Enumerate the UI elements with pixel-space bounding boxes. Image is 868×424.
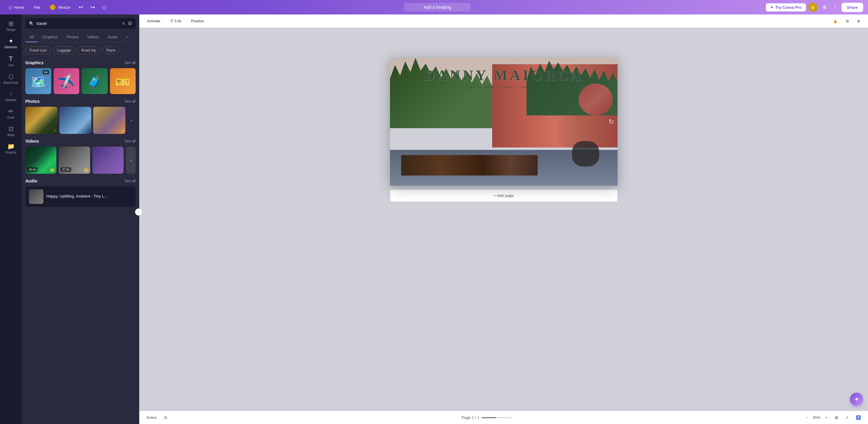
text-icon: T xyxy=(9,55,13,63)
position-button[interactable]: Position xyxy=(188,17,207,25)
graphic-item-plane[interactable]: ✈️ xyxy=(54,68,80,94)
graphic-ticket-canvas: 🎫 xyxy=(110,68,136,94)
graphic-item-map[interactable]: 🗺️ ••• xyxy=(25,68,51,94)
tab-photos[interactable]: Photos xyxy=(62,32,83,42)
home-button[interactable]: ◇ Home xyxy=(5,3,28,12)
audio-title-text: Happy, Uplifting, Ambient - Tiny L... xyxy=(46,194,132,199)
graphic-item-ticket[interactable]: 🎫 xyxy=(110,68,136,94)
photo-expand-1: ⤢ xyxy=(53,128,56,133)
sidebar-item-brandhub[interactable]: ⬡ Brand Hub xyxy=(0,70,22,87)
video-item-1[interactable]: 30.0s 👑 xyxy=(25,147,56,174)
apps-icon: ⊡ xyxy=(8,125,13,132)
redo-button[interactable]: ↪ xyxy=(88,3,97,12)
audio-thumbnail xyxy=(29,189,43,204)
photo-item-2[interactable] xyxy=(59,107,92,134)
photos-grid: ⤢ ⤢ › xyxy=(25,107,135,134)
photos-section-header: Photos See all xyxy=(25,99,135,104)
canvas-toolbar: Animate ⏱ 5.0s Position 🔒 ⧉ ⊕ xyxy=(139,14,434,28)
sidebar-item-apps[interactable]: ⊡ Apps xyxy=(0,122,22,140)
graphics-section-header: Graphics See all xyxy=(25,60,135,65)
sidebar-item-elements[interactable]: ✦ Elements xyxy=(0,34,22,52)
top-navigation: ◇ Home File Resize ↩ ↪ ◇ Add a heading ✦… xyxy=(0,0,434,14)
heading-input[interactable]: Add a heading xyxy=(404,3,434,11)
elements-icon: ✦ xyxy=(8,37,13,44)
sidebar-item-draw[interactable]: ✏ Draw xyxy=(0,104,22,122)
photo-item-3[interactable]: ⤢ xyxy=(93,107,125,134)
tab-more[interactable]: + xyxy=(122,32,133,42)
projects-icon: 📁 xyxy=(7,143,15,150)
add-page-bar[interactable]: + Add page xyxy=(390,189,434,202)
audio-see-all[interactable]: See all xyxy=(124,179,135,183)
resize-button[interactable]: Resize xyxy=(46,3,74,12)
photos-next-button[interactable]: › xyxy=(127,107,135,134)
design-icon: ⊞ xyxy=(8,20,13,27)
chip-travel-icon[interactable]: Travel icon xyxy=(25,47,51,54)
videos-see-all[interactable]: See all xyxy=(124,139,135,143)
graphic-item-suitcase[interactable]: 🧳 xyxy=(82,68,107,94)
draw-icon: ✏ xyxy=(8,108,13,115)
tab-graphics[interactable]: Graphics xyxy=(38,32,62,42)
videos-title: Videos xyxy=(25,139,39,144)
videos-grid: 30.0s 👑 37.0s 👑 › xyxy=(25,147,135,174)
graphics-title: Graphics xyxy=(25,60,44,65)
canvas-wrapper: DANNY MAIORCA TRAVEL AND EXPAT LIFESTYLE… xyxy=(390,58,434,202)
home-icon: ◇ xyxy=(8,4,12,10)
design-main-title[interactable]: DANNY MAIORCA xyxy=(424,67,434,84)
brandhub-icon: ⬡ xyxy=(8,73,13,80)
video-crown-1: 👑 xyxy=(50,168,55,172)
chip-plane[interactable]: Plane xyxy=(102,47,120,54)
design-text-overlay: DANNY MAIORCA TRAVEL AND EXPAT LIFESTYLE xyxy=(390,58,434,186)
search-input[interactable] xyxy=(36,21,119,26)
videos-section-header: Videos See all xyxy=(25,139,135,144)
animate-button[interactable]: Animate xyxy=(144,17,163,25)
photo-item-1[interactable]: ⤢ xyxy=(25,107,58,134)
photos-title: Photos xyxy=(25,99,39,104)
file-button[interactable]: File xyxy=(30,3,44,11)
search-box: 🔍 ✕ ⚙ xyxy=(25,18,135,29)
uploads-icon: ↑ xyxy=(9,90,12,97)
magic-button[interactable]: ◇ xyxy=(100,3,109,12)
video-item-2[interactable]: 37.0s 👑 xyxy=(59,147,90,174)
sidebar-item-design[interactable]: ⊞ Design xyxy=(0,17,22,34)
left-sidebar: ⊞ Design ✦ Elements T Text ⬡ Brand Hub ↑… xyxy=(0,14,22,212)
chip-road-trip[interactable]: Road trip xyxy=(78,47,100,54)
sidebar-item-uploads[interactable]: ↑ Uploads xyxy=(0,87,22,104)
video-duration-2: 37.0s xyxy=(61,168,71,172)
tab-audio[interactable]: Audio xyxy=(103,32,121,42)
more-options-overlay[interactable]: ••• xyxy=(42,70,50,74)
tab-bar: All Graphics Photos Videos Audio + xyxy=(25,32,135,42)
video-crown-2: 👑 xyxy=(84,168,88,172)
undo-button[interactable]: ↩ xyxy=(76,3,86,12)
design-frame[interactable]: DANNY MAIORCA TRAVEL AND EXPAT LIFESTYLE… xyxy=(390,58,434,186)
search-clear-button[interactable]: ✕ xyxy=(122,21,125,26)
audio-title: Audio xyxy=(25,179,37,183)
sidebar-item-text[interactable]: T Text xyxy=(0,52,22,70)
main-canvas-area: DANNY MAIORCA TRAVEL AND EXPAT LIFESTYLE… xyxy=(139,28,434,212)
photos-see-all[interactable]: See all xyxy=(124,99,135,103)
audio-info: Happy, Uplifting, Ambient - Tiny L... xyxy=(46,194,132,199)
search-icon: 🔍 xyxy=(29,21,34,26)
graphics-see-all[interactable]: See all xyxy=(124,61,135,65)
chip-luggage[interactable]: Luggage xyxy=(53,47,75,54)
video-item-3[interactable] xyxy=(93,147,124,174)
duration-button[interactable]: ⏱ 5.0s xyxy=(167,17,184,25)
search-panel: 🔍 ✕ ⚙ All Graphics Photos Videos Audio +… xyxy=(22,14,139,212)
search-filter-button[interactable]: ⚙ xyxy=(128,21,132,26)
graphics-grid: 🗺️ ••• ✈️ 🧳 🎫 xyxy=(25,68,135,94)
sidebar-item-projects[interactable]: 📁 Projects xyxy=(0,140,22,157)
audio-section-header: Audio See all xyxy=(25,179,135,183)
filter-chips: Travel icon Luggage Road trip Plane xyxy=(25,47,135,56)
graphic-suitcase-canvas: 🧳 xyxy=(82,68,107,94)
videos-next-button[interactable]: › xyxy=(126,147,135,174)
photo-expand-3: ⤢ xyxy=(121,128,124,133)
audio-item-1[interactable]: Happy, Uplifting, Ambient - Tiny L... xyxy=(25,186,135,207)
tab-videos[interactable]: Videos xyxy=(83,32,103,42)
video-duration-1: 30.0s xyxy=(27,168,37,172)
graphic-plane-canvas: ✈️ xyxy=(54,68,80,94)
tab-all[interactable]: All xyxy=(25,32,38,42)
